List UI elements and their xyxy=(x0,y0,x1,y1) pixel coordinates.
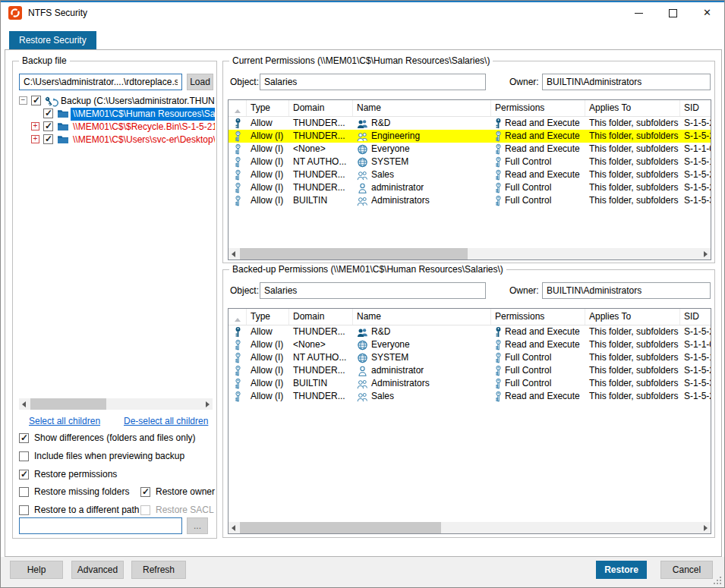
current-permissions-table[interactable]: TypeDomainNamePermissionsApplies ToSIDAl… xyxy=(228,99,711,260)
sort-column-header[interactable] xyxy=(229,100,247,116)
permission-row-administrator[interactable]: Allow (I)THUNDER...administratorFull Con… xyxy=(229,181,711,194)
key-icon xyxy=(495,352,502,363)
sid-cell: S-1-5-2 xyxy=(680,130,711,143)
tree-item-label[interactable]: \\MEM01\C$\Human Resources\Sala xyxy=(71,108,215,121)
show-differences-checkbox[interactable] xyxy=(19,433,29,443)
scroll-left-arrow-icon[interactable] xyxy=(229,248,240,259)
restore-button[interactable]: Restore xyxy=(596,561,647,579)
type-cell: Allow (I) xyxy=(247,338,289,351)
key-icon xyxy=(495,339,502,351)
scroll-left-arrow-icon[interactable] xyxy=(229,522,240,533)
scroll-right-arrow-icon[interactable] xyxy=(699,248,711,259)
domain-cell: THUNDER... xyxy=(289,130,353,143)
column-header-domain[interactable]: Domain xyxy=(289,309,353,325)
column-header-sid[interactable]: SID xyxy=(680,100,711,116)
tree-item[interactable]: \\MEM01\C$\Human Resources\Sala xyxy=(14,108,215,121)
current-table-scrollbar-thumb[interactable] xyxy=(240,248,468,259)
column-header-type[interactable]: Type xyxy=(247,309,289,325)
group-icon xyxy=(357,196,368,206)
current-object-field[interactable] xyxy=(260,74,486,90)
type-cell: Allow xyxy=(247,325,289,338)
tree-item-label[interactable]: \\MEM01\C$\$Recycle.Bin\S-1-5-21- xyxy=(71,121,215,134)
permission-row-administrators[interactable]: Allow (I)BUILTINAdministratorsFull Contr… xyxy=(229,194,711,207)
permission-row-system[interactable]: Allow (I)NT AUTHO...SYSTEMFull ControlTh… xyxy=(229,351,711,364)
minimize-icon[interactable] xyxy=(622,2,656,24)
applies-to-cell: This folder, subfolders ... xyxy=(585,194,680,207)
permission-row-everyone[interactable]: Allow (I)<None>EveryoneRead and ExecuteT… xyxy=(229,338,711,351)
column-header-sid[interactable]: SID xyxy=(680,309,711,325)
backup-path-input[interactable] xyxy=(19,74,182,90)
maximize-icon[interactable] xyxy=(656,2,690,24)
permission-row-sales[interactable]: Allow (I)THUNDER...SalesRead and Execute… xyxy=(229,168,711,181)
tree-item-checkbox[interactable] xyxy=(43,121,53,131)
restore-different-path-checkbox[interactable] xyxy=(19,505,29,515)
tab-restore-security[interactable]: Restore Security xyxy=(9,31,96,49)
load-button[interactable]: Load xyxy=(187,74,213,90)
column-header-name[interactable]: Name xyxy=(353,100,491,116)
cancel-button[interactable]: Cancel xyxy=(660,561,713,579)
sort-column-header[interactable] xyxy=(229,309,247,325)
sid-cell: S-1-5-2 xyxy=(680,364,711,377)
tree-item[interactable]: +\\MEM01\C$\$Recycle.Bin\S-1-5-21- xyxy=(14,121,215,134)
permission-row-r-d[interactable]: AllowTHUNDER...R&DRead and ExecuteThis f… xyxy=(229,325,711,338)
scroll-left-arrow-icon[interactable] xyxy=(19,398,30,410)
type-cell: Allow (I) xyxy=(247,181,289,194)
backup-tree[interactable]: −Backup (C:\Users\administrator.THUND\\M… xyxy=(14,95,215,395)
tree-item[interactable]: −Backup (C:\Users\administrator.THUND xyxy=(14,95,215,108)
collapse-icon[interactable]: − xyxy=(19,96,27,105)
backedup-owner-field[interactable] xyxy=(542,282,711,299)
advanced-button[interactable]: Advanced xyxy=(71,561,124,579)
permission-row-sales[interactable]: Allow (I)THUNDER...SalesRead and Execute… xyxy=(229,390,711,403)
restore-permissions-checkbox[interactable] xyxy=(19,470,29,480)
current-table-horizontal-scrollbar[interactable] xyxy=(229,248,711,259)
help-button[interactable]: Help xyxy=(10,561,63,579)
key-icon xyxy=(495,118,502,129)
column-header-domain[interactable]: Domain xyxy=(289,100,353,116)
column-header-applies-to[interactable]: Applies To xyxy=(585,100,680,116)
tree-item[interactable]: +\\MEM01\C$\Users\svc-er\Desktop\A xyxy=(14,134,215,146)
tree-item-label[interactable]: \\MEM01\C$\Users\svc-er\Desktop\A xyxy=(71,134,215,146)
permission-row-r-d[interactable]: AllowTHUNDER...R&DRead and ExecuteThis f… xyxy=(229,117,711,130)
permissions-cell: Full Control xyxy=(491,364,585,377)
browse-button[interactable]: ... xyxy=(187,517,208,534)
current-owner-field[interactable] xyxy=(542,74,711,90)
group-icon xyxy=(357,379,368,389)
permission-row-system[interactable]: Allow (I)NT AUTHO...SYSTEMFull ControlTh… xyxy=(229,156,711,168)
column-header-permissions[interactable]: Permissions xyxy=(491,100,585,116)
titlebar[interactable]: NTFS Security ✕ xyxy=(1,2,724,24)
tree-horizontal-scrollbar[interactable] xyxy=(19,398,213,410)
expand-icon[interactable]: + xyxy=(31,135,39,143)
permission-row-administrator[interactable]: Allow (I)THUNDER...administratorFull Con… xyxy=(229,364,711,377)
backedup-table-horizontal-scrollbar[interactable] xyxy=(229,522,711,533)
permission-row-engineering[interactable]: Allow (I)THUNDER...EngineeringRead and E… xyxy=(229,130,711,143)
different-path-input[interactable] xyxy=(19,517,182,534)
scroll-right-arrow-icon[interactable] xyxy=(201,398,213,410)
backed-up-permissions-table[interactable]: TypeDomainNamePermissionsApplies ToSIDAl… xyxy=(228,308,711,534)
backedup-table-scrollbar-thumb[interactable] xyxy=(240,522,441,533)
refresh-button[interactable]: Refresh xyxy=(131,561,186,579)
deselect-all-children-link[interactable]: De-select all children xyxy=(124,416,208,426)
tree-scrollbar-thumb[interactable] xyxy=(30,398,106,410)
select-all-children-link[interactable]: Select all children xyxy=(29,416,100,426)
backedup-object-field[interactable] xyxy=(260,282,486,299)
tree-item-checkbox[interactable] xyxy=(31,96,41,105)
column-header-applies-to[interactable]: Applies To xyxy=(585,309,680,325)
restore-missing-folders-checkbox[interactable] xyxy=(19,487,29,497)
column-header-type[interactable]: Type xyxy=(247,100,289,116)
column-header-name[interactable]: Name xyxy=(353,309,491,325)
tree-item-label[interactable]: Backup (C:\Users\administrator.THUND xyxy=(58,95,215,108)
include-files-checkbox[interactable] xyxy=(19,451,29,461)
resize-grip-icon[interactable] xyxy=(714,577,722,585)
expand-icon[interactable]: + xyxy=(31,122,39,130)
column-header-permissions[interactable]: Permissions xyxy=(491,309,585,325)
restore-owner-checkbox[interactable] xyxy=(140,487,150,497)
ace-type-cell xyxy=(229,351,247,364)
name-cell: Engineering xyxy=(353,130,491,143)
tree-item-checkbox[interactable] xyxy=(43,108,53,118)
scroll-right-arrow-icon[interactable] xyxy=(699,522,711,533)
close-icon[interactable]: ✕ xyxy=(690,2,724,24)
tree-item-checkbox[interactable] xyxy=(43,134,53,144)
ntfs-security-window: NTFS Security ✕ Restore Security Backup … xyxy=(0,0,725,588)
permission-row-administrators[interactable]: Allow (I)BUILTINAdministratorsFull Contr… xyxy=(229,377,711,390)
permission-row-everyone[interactable]: Allow (I)<None>EveryoneRead and ExecuteT… xyxy=(229,143,711,156)
